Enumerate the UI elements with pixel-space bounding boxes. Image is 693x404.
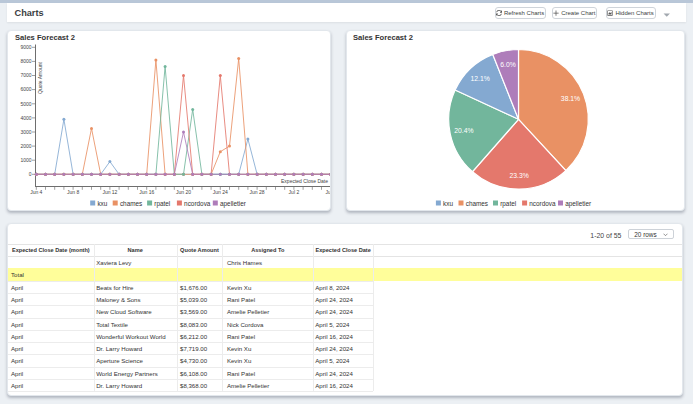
svg-text:3000: 3000 [20,129,31,135]
svg-text:Jun 28: Jun 28 [250,189,265,195]
svg-text:Jun 8: Jun 8 [67,189,79,195]
svg-text:38.1%: 38.1% [561,95,580,102]
svg-text:Jun 12: Jun 12 [102,189,117,195]
svg-text:Expected Close Date: Expected Close Date [281,178,328,184]
svg-text:Jun 24: Jun 24 [213,189,228,195]
svg-text:0: 0 [29,171,32,177]
svg-text:Jun 20: Jun 20 [176,189,191,195]
svg-text:kxu: kxu [443,200,453,207]
svg-text:1000: 1000 [20,157,31,163]
svg-text:chames: chames [120,200,142,207]
svg-text:6000: 6000 [20,86,31,92]
svg-text:kxu: kxu [97,200,107,207]
svg-text:2000: 2000 [20,143,31,149]
svg-text:Jun 16: Jun 16 [139,189,154,195]
svg-text:7000: 7000 [20,72,31,78]
svg-text:apelletier: apelletier [220,200,247,208]
svg-text:ncordova: ncordova [529,200,556,207]
svg-text:Jun 4: Jun 4 [30,189,42,195]
svg-text:4000: 4000 [20,115,31,121]
svg-text:9000: 9000 [20,44,31,50]
svg-text:ncordova: ncordova [184,200,211,207]
svg-text:5000: 5000 [20,101,31,107]
svg-text:Jul 2: Jul 2 [289,189,300,195]
svg-text:Quote Amount: Quote Amount [37,61,43,94]
svg-text:Jul 6: Jul 6 [325,189,330,195]
svg-text:apelletier: apelletier [565,200,592,208]
svg-text:8000: 8000 [20,58,31,64]
svg-text:20.4%: 20.4% [454,127,473,134]
svg-text:23.3%: 23.3% [510,172,529,179]
svg-text:12.1%: 12.1% [470,75,489,82]
svg-text:6.0%: 6.0% [500,61,516,68]
svg-text:chames: chames [466,200,488,207]
svg-text:rpatel: rpatel [500,200,516,208]
svg-text:rpatel: rpatel [154,200,170,208]
